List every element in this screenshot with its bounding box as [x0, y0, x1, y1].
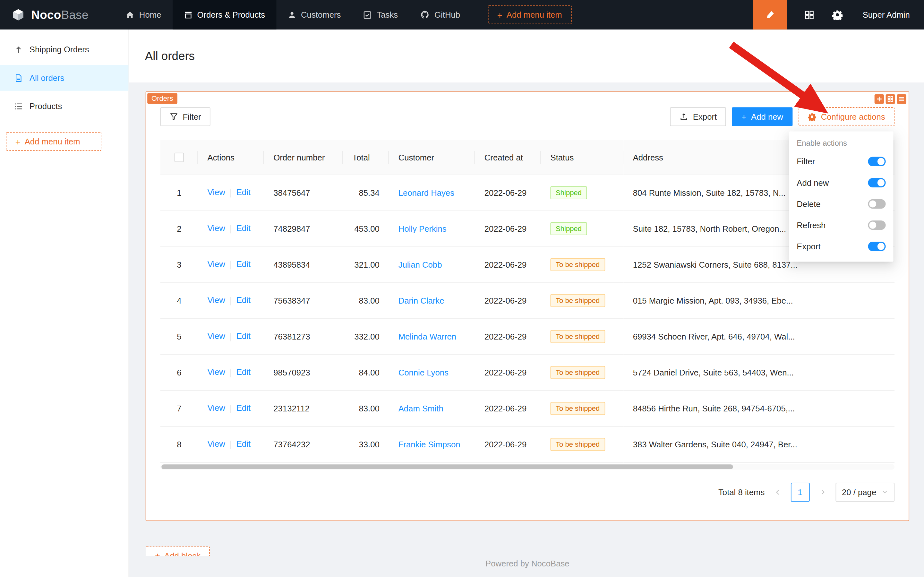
horizontal-scrollbar[interactable]: [160, 464, 895, 469]
sidebar-add-menu-item-button[interactable]: + Add menu item: [6, 132, 101, 151]
view-link[interactable]: View: [208, 259, 225, 269]
orders-table: Actions Order number Total Customer Crea…: [160, 140, 895, 463]
page-size-select[interactable]: 20 / page: [835, 482, 895, 501]
add-new-button[interactable]: + Add new: [732, 107, 793, 126]
export-toggle[interactable]: [868, 242, 886, 251]
dropdown-item-add-new[interactable]: Add new: [789, 172, 893, 193]
plus-icon: +: [741, 112, 746, 121]
address-cell: Suite 182, 15783, North Robert, Oregon..…: [633, 224, 786, 233]
created-at-cell: 2022-06-29: [485, 188, 527, 197]
edit-link[interactable]: Edit: [237, 296, 251, 305]
settings-gear-icon[interactable]: [832, 9, 842, 20]
created-at-cell: 2022-06-29: [485, 332, 527, 341]
add-block-button[interactable]: + Add block: [146, 546, 210, 556]
edit-link[interactable]: Edit: [237, 259, 251, 269]
nav-item-home[interactable]: Home: [114, 0, 172, 29]
dropdown-item-delete[interactable]: Delete: [789, 193, 893, 214]
status-badge: To be shipped: [551, 258, 605, 271]
customer-link[interactable]: Leonard Hayes: [398, 188, 454, 197]
edit-link[interactable]: Edit: [237, 439, 251, 449]
ui-editor-button[interactable]: [753, 0, 787, 29]
table-row: 1 ViewEdit 38475647 85.34 Leonard Hayes …: [160, 174, 895, 211]
address-cell: 84856 Hirthe Run, Suite 268, 94754-6705,…: [633, 403, 795, 413]
navbar-add-menu-item-button[interactable]: + Add menu item: [488, 5, 571, 24]
drag-handle-icon[interactable]: [874, 94, 884, 104]
customer-link[interactable]: Frankie Simpson: [398, 439, 460, 449]
view-link[interactable]: View: [208, 367, 225, 377]
add-block-clipped-area: + Add block: [146, 546, 210, 556]
view-link[interactable]: View: [208, 188, 225, 197]
navbar-right: Super Admin: [753, 0, 924, 29]
edit-link[interactable]: Edit: [237, 332, 251, 341]
view-link[interactable]: View: [208, 403, 225, 413]
view-link[interactable]: View: [208, 439, 225, 449]
edit-link[interactable]: Edit: [237, 224, 251, 233]
sidebar-item-all-orders[interactable]: All orders: [0, 65, 128, 91]
pagination: Total 8 items 1 20 / page: [160, 482, 895, 501]
user-menu[interactable]: Super Admin: [863, 10, 910, 19]
customer-link[interactable]: Connie Lyons: [398, 367, 449, 377]
block-initializer-icon[interactable]: [886, 94, 895, 104]
filter-button[interactable]: Filter: [160, 107, 211, 126]
edit-link[interactable]: Edit: [237, 367, 251, 377]
nav-item-github[interactable]: GitHub: [409, 0, 471, 29]
nav-item-orders-products[interactable]: Orders & Products: [172, 0, 276, 29]
view-link[interactable]: View: [208, 224, 225, 233]
page-1-button[interactable]: 1: [790, 482, 810, 501]
select-all-checkbox[interactable]: [174, 153, 184, 162]
gear-icon: [808, 113, 816, 121]
nocobase-logo[interactable]: NocoBase: [0, 7, 100, 23]
status-badge: Shipped: [551, 222, 587, 235]
sidebar-item-shipping-orders[interactable]: Shipping Orders: [0, 37, 128, 63]
delete-toggle[interactable]: [868, 199, 886, 209]
export-button[interactable]: Export: [670, 107, 726, 126]
main-nav: Home Orders & Products Customers: [114, 0, 471, 29]
customer-link[interactable]: Adam Smith: [398, 403, 443, 413]
sidebar-item-products[interactable]: Products: [0, 93, 128, 119]
chevron-down-icon: [882, 489, 888, 495]
status-badge: To be shipped: [551, 438, 605, 451]
customer-link[interactable]: Darin Clarke: [398, 296, 444, 305]
order-number-cell: 75638347: [274, 296, 310, 305]
block-menu-icon[interactable]: [897, 94, 906, 104]
add-new-toggle[interactable]: [868, 178, 886, 187]
sidebar-item-label: Shipping Orders: [29, 45, 89, 54]
plus-icon: +: [497, 10, 502, 19]
action-divider: [230, 333, 231, 341]
nav-item-tasks[interactable]: Tasks: [352, 0, 409, 29]
configure-actions-label: Configure actions: [821, 112, 885, 121]
nav-item-customers[interactable]: Customers: [276, 0, 352, 29]
edit-link[interactable]: Edit: [237, 403, 251, 413]
dropdown-item-label: Export: [797, 242, 820, 251]
brand-name: NocoBase: [31, 8, 89, 21]
dropdown-item-export[interactable]: Export: [789, 236, 893, 257]
plugins-grid-icon[interactable]: [804, 10, 814, 19]
filter-toggle[interactable]: [868, 157, 886, 166]
customer-link[interactable]: Melinda Warren: [398, 332, 457, 341]
order-number-cell: 73764232: [274, 439, 310, 449]
action-divider: [230, 441, 231, 449]
block-designer-toolbar: [874, 94, 906, 104]
view-link[interactable]: View: [208, 296, 225, 305]
dropdown-item-filter[interactable]: Filter: [789, 151, 893, 172]
customer-link[interactable]: Julian Cobb: [398, 259, 442, 269]
action-divider: [230, 405, 231, 413]
list-icon: [14, 102, 23, 111]
export-icon: [679, 112, 689, 121]
action-divider: [230, 369, 231, 377]
table-row: 3 ViewEdit 43895834 321.00 Julian Cobb 2…: [160, 247, 895, 282]
order-number-cell: 74829847: [274, 224, 310, 233]
status-badge: To be shipped: [551, 330, 605, 343]
order-number-cell: 76381273: [274, 332, 310, 341]
customer-link[interactable]: Holly Perkins: [398, 224, 447, 233]
table-row: 6 ViewEdit 98570923 84.00 Connie Lyons 2…: [160, 354, 895, 390]
scrollbar-thumb[interactable]: [161, 464, 733, 469]
dropdown-item-refresh[interactable]: Refresh: [789, 215, 893, 236]
refresh-toggle[interactable]: [868, 221, 886, 230]
edit-link[interactable]: Edit: [237, 188, 251, 197]
home-icon: [126, 10, 135, 19]
view-link[interactable]: View: [208, 332, 225, 341]
next-page-button[interactable]: [814, 482, 831, 501]
configure-actions-button[interactable]: Configure actions: [798, 107, 895, 126]
prev-page-button[interactable]: [769, 482, 786, 501]
